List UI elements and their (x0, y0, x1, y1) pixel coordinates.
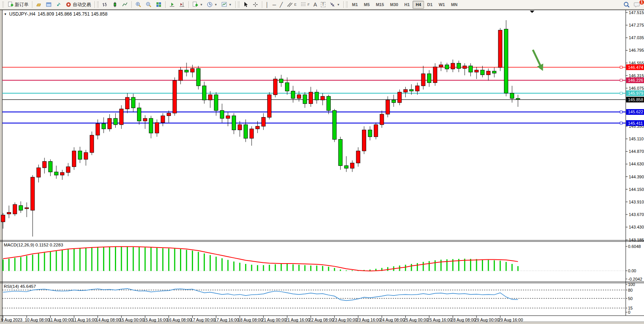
svg-text:0: 0 (628, 310, 630, 314)
macd-indicator-label: MACD(12,26,9) 0.1152 0.2283 (4, 243, 63, 247)
svg-text:0.6048: 0.6048 (628, 244, 641, 249)
crosshair-icon (252, 2, 258, 8)
svg-text:145.622: 145.622 (628, 110, 643, 114)
svg-text:145.411: 145.411 (628, 121, 643, 125)
svg-text:23 Aug 16:00: 23 Aug 16:00 (356, 318, 381, 322)
svg-text:15 Aug 16:00: 15 Aug 16:00 (143, 318, 168, 322)
new-order-button[interactable]: 新订单 (5, 1, 30, 9)
channel-tag: E (294, 3, 296, 6)
svg-text:100: 100 (628, 282, 635, 287)
candles-chart-button[interactable] (110, 1, 120, 9)
zoom-in-button[interactable] (133, 1, 143, 9)
separator (131, 1, 132, 8)
svg-text:143.430: 143.430 (629, 225, 644, 229)
text-button[interactable]: A (311, 1, 319, 9)
collapse-arrow-icon: ▼ (4, 13, 7, 16)
svg-text:29 Aug 00:00: 29 Aug 00:00 (475, 318, 499, 322)
svg-text:144.150: 144.150 (629, 187, 644, 192)
dropdown-caret-icon: ▼ (229, 3, 232, 6)
chart-shift-icon (179, 2, 185, 8)
line-chart-button[interactable] (120, 1, 130, 9)
tf-m5-button[interactable]: M5 (361, 1, 373, 9)
label-tool-icon: T (321, 2, 325, 7)
separator (188, 1, 189, 8)
arrows-button[interactable]: ▼ (327, 1, 342, 9)
cursor-icon (243, 2, 249, 8)
fibonacci-icon (300, 2, 306, 8)
svg-text:10 Aug 08:00: 10 Aug 08:00 (25, 318, 49, 322)
toolbar-grip (238, 2, 239, 8)
separator (235, 1, 236, 8)
auto-scroll-button[interactable] (167, 1, 177, 9)
separator (343, 1, 344, 8)
tf-m15-button[interactable]: M15 (373, 1, 387, 9)
tf-mn-button[interactable]: MN (448, 1, 461, 9)
clock-icon (207, 2, 213, 8)
chart-title: ▼ USDJPY-,H4 145.809 145.866 145.751 145… (4, 11, 107, 17)
tf-d1-button[interactable]: D1 (424, 1, 435, 9)
toolbar-grip (346, 2, 348, 8)
chart-shift-button[interactable] (177, 1, 187, 9)
channel-button[interactable]: E (285, 1, 298, 9)
zoom-out-icon (145, 2, 152, 8)
svg-text:16 Aug 08:00: 16 Aug 08:00 (167, 318, 191, 322)
svg-text:14 Aug 08:00: 14 Aug 08:00 (96, 318, 121, 322)
crosshair-button[interactable] (250, 1, 260, 9)
zoom-in-icon (135, 2, 142, 8)
mt4-window: 147.515147.275147.035146.795146.555146.3… (0, 0, 644, 324)
svg-text:144.630: 144.630 (629, 162, 644, 166)
chart-ohlc-values: 145.809 145.866 145.751 145.858 (38, 11, 108, 17)
zoom-out-button[interactable] (143, 1, 154, 9)
chart-canvas[interactable]: 147.515147.275147.035146.795146.555146.3… (0, 0, 644, 324)
svg-text:145.979: 145.979 (628, 91, 643, 95)
search-button[interactable] (621, 1, 632, 9)
signals-button[interactable] (54, 1, 64, 9)
svg-text:50: 50 (628, 296, 633, 301)
channel-icon (287, 2, 293, 8)
tile-windows-icon (156, 2, 162, 8)
svg-text:9 Aug 2023: 9 Aug 2023 (1, 318, 22, 322)
tf-m30-button[interactable]: M30 (387, 1, 401, 9)
tf-h1-button[interactable]: H1 (401, 1, 413, 9)
gold-bar-icon (36, 2, 42, 8)
svg-text:144.390: 144.390 (629, 175, 644, 179)
svg-text:17 Aug 00:00: 17 Aug 00:00 (191, 318, 215, 322)
tile-windows-button[interactable] (154, 1, 164, 9)
trendline-icon: ╱ (280, 2, 283, 7)
dropdown-caret-icon: ▼ (337, 3, 340, 6)
auto-scroll-icon (169, 2, 175, 8)
svg-text:18 Aug 08:00: 18 Aug 08:00 (238, 318, 263, 322)
periods-button[interactable]: ▼ (205, 1, 219, 9)
indicators-button[interactable]: ▼ (190, 1, 205, 9)
bars-chart-icon (102, 2, 108, 8)
svg-text:23 Aug 00:00: 23 Aug 00:00 (333, 318, 357, 322)
hline-button[interactable]: ─ (271, 1, 278, 9)
svg-text:25 Aug 16:00: 25 Aug 16:00 (427, 318, 452, 322)
cursor-button[interactable] (241, 1, 250, 9)
svg-text:144.870: 144.870 (629, 149, 644, 154)
svg-text:11 Aug 16:00: 11 Aug 16:00 (72, 318, 97, 322)
tf-m1-button[interactable]: M1 (349, 1, 361, 9)
separator (165, 1, 166, 8)
bars-chart-button[interactable] (100, 1, 110, 9)
svg-text:145.858: 145.858 (628, 97, 643, 102)
chart-window-button[interactable] (44, 1, 54, 9)
fibonacci-button[interactable]: F (298, 1, 312, 9)
auto-trading-button[interactable]: 自动交易 (64, 1, 93, 9)
candles-chart-icon (112, 2, 118, 8)
tf-h4-button[interactable]: H4 (413, 1, 424, 9)
svg-text:145.110: 145.110 (629, 137, 644, 141)
vline-button[interactable]: │ (264, 1, 271, 9)
trendline-button[interactable]: ╱ (278, 1, 285, 9)
notifications-button[interactable]: 1 (632, 1, 642, 9)
templates-button[interactable]: ▼ (219, 1, 234, 9)
tf-w1-button[interactable]: W1 (435, 1, 448, 9)
svg-text:147.515: 147.515 (629, 10, 644, 15)
text-tool-icon: A (313, 2, 317, 7)
svg-text:80: 80 (628, 288, 633, 292)
market-watch-button[interactable] (34, 1, 44, 9)
label-button[interactable]: T (319, 1, 327, 9)
svg-text:146.474: 146.474 (628, 65, 643, 70)
svg-text:147.035: 147.035 (629, 35, 644, 40)
signal-icon (56, 2, 62, 8)
